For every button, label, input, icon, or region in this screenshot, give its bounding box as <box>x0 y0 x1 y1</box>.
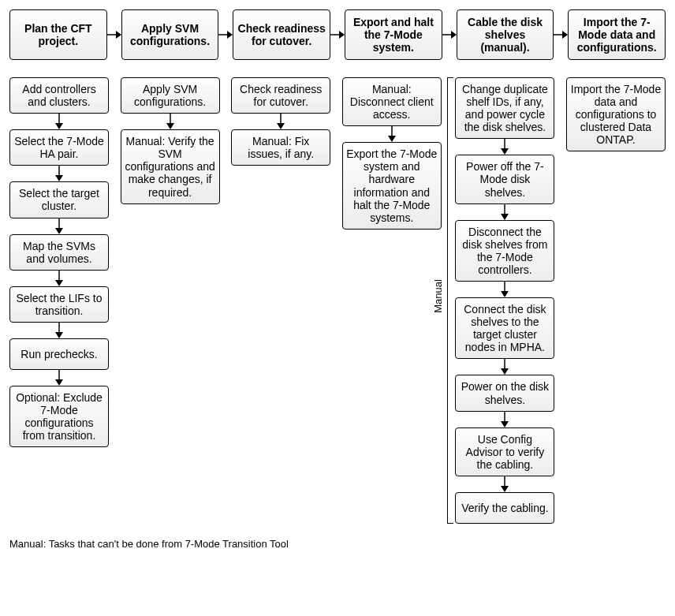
step: Select the LIFs to transition. <box>9 286 109 323</box>
step: Import the 7-Mode data and configuration… <box>566 77 666 151</box>
arrow-down-icon <box>54 271 65 286</box>
step: Map the SVMs and volumes. <box>9 234 109 271</box>
step: Power off the 7-Mode disk shelves. <box>455 155 554 203</box>
arrow-right-icon <box>107 29 121 40</box>
step: Apply SVM configurations. <box>121 77 220 114</box>
arrow-down-icon <box>499 359 510 375</box>
arrow-down-icon <box>165 114 176 129</box>
step: Add controllers and clusters. <box>9 77 109 114</box>
phase-import: Import the 7-Mode data and configuration… <box>568 9 666 60</box>
svg-marker-25 <box>277 123 285 129</box>
step: Manual: Disconnect client access. <box>342 77 442 126</box>
arrow-right-icon <box>554 29 568 40</box>
svg-marker-35 <box>501 368 509 375</box>
svg-marker-31 <box>501 214 509 220</box>
svg-marker-3 <box>227 31 233 39</box>
svg-marker-23 <box>166 123 174 129</box>
phase-cable: Cable the disk shelves (manual). <box>457 9 554 60</box>
arrow-down-icon <box>499 204 510 220</box>
phase-row: Plan the CFT project. Apply SVM configur… <box>9 9 666 60</box>
svg-marker-37 <box>501 421 509 427</box>
arrow-down-icon <box>275 114 286 129</box>
svg-marker-39 <box>501 486 509 492</box>
step: Check readiness for cutover. <box>231 77 330 114</box>
col-check-readiness: Check readiness for cutover. Manual: Fix… <box>231 77 330 166</box>
col-plan: Add controllers and clusters. Select the… <box>9 77 109 447</box>
step: Power on the disk shelves. <box>455 375 554 411</box>
phase-check-readiness: Check readiness for cutover. <box>233 9 330 60</box>
phase-apply-svm: Apply SVM configurations. <box>121 9 219 60</box>
arrow-down-icon <box>499 282 510 297</box>
svg-marker-5 <box>339 31 345 39</box>
step: Manual: Verify the SVM configurations an… <box>121 129 220 203</box>
svg-marker-27 <box>388 136 396 142</box>
footnote: Manual: Tasks that can't be done from 7-… <box>9 538 666 550</box>
arrow-down-icon <box>54 166 65 181</box>
step: Use Config Advisor to verify the cabling… <box>455 427 554 476</box>
col-cable-wrapper: Manual Change duplicate shelf IDs, if an… <box>442 77 554 524</box>
arrow-down-icon <box>499 412 510 427</box>
step: Disconnect the disk shelves from the 7-M… <box>455 220 554 282</box>
svg-marker-33 <box>501 291 509 297</box>
step: Change duplicate shelf IDs, if any, and … <box>455 77 554 139</box>
step: Verify the cabling. <box>455 492 554 524</box>
arrow-down-icon <box>54 370 65 386</box>
arrow-down-icon <box>499 139 510 155</box>
svg-marker-11 <box>55 123 63 129</box>
col-import: Import the 7-Mode data and configuration… <box>566 77 666 151</box>
step: Manual: Fix issues, if any. <box>231 129 330 166</box>
svg-marker-21 <box>55 379 63 386</box>
arrow-down-icon <box>386 126 397 142</box>
svg-marker-15 <box>55 228 63 234</box>
arrow-down-icon <box>54 218 65 234</box>
phase-plan: Plan the CFT project. <box>9 9 107 60</box>
svg-marker-17 <box>55 280 63 286</box>
arrow-right-icon <box>330 29 345 40</box>
step: Optional: Exclude 7-Mode configurations … <box>9 386 109 447</box>
phase-export-halt: Export and halt the 7-Mode system. <box>345 9 442 60</box>
steps-row: Add controllers and clusters. Select the… <box>9 77 666 524</box>
step: Run prechecks. <box>9 338 109 370</box>
arrow-right-icon <box>218 29 233 40</box>
bracket-icon <box>442 77 453 524</box>
svg-marker-1 <box>116 31 121 39</box>
svg-marker-9 <box>562 31 568 39</box>
svg-marker-19 <box>55 332 63 338</box>
col-cable: Change duplicate shelf IDs, if any, and … <box>455 77 554 524</box>
arrow-down-icon <box>54 114 65 129</box>
svg-marker-13 <box>55 175 63 181</box>
step: Select the 7-Mode HA pair. <box>9 129 109 166</box>
arrow-right-icon <box>442 29 457 40</box>
step: Select the target cluster. <box>9 181 109 218</box>
step: Export the 7-Mode system and hardware in… <box>342 142 442 230</box>
col-apply-svm: Apply SVM configurations. Manual: Verify… <box>121 77 220 204</box>
col-export-halt: Manual: Disconnect client access. Export… <box>342 77 442 230</box>
svg-marker-7 <box>451 31 457 39</box>
step: Connect the disk shelves to the target c… <box>455 297 554 359</box>
arrow-down-icon <box>54 323 65 338</box>
arrow-down-icon <box>499 476 510 492</box>
svg-marker-29 <box>501 148 509 155</box>
